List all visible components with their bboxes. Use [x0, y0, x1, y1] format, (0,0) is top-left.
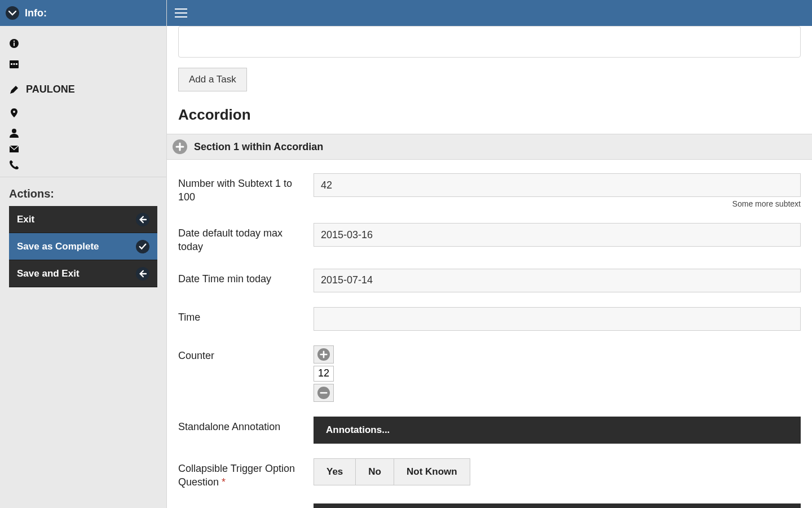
plus-icon — [317, 348, 330, 361]
option-no[interactable]: No — [356, 458, 394, 485]
sidebar-icon-stack-bottom — [9, 103, 157, 171]
calendar-icon[interactable] — [9, 58, 157, 70]
counter-decrement-button[interactable] — [314, 384, 334, 402]
field-date-max: Date default today max today — [178, 223, 801, 254]
field-label: Number with Subtext 1 to 100 — [178, 173, 302, 204]
field-time: Time — [178, 307, 801, 331]
content: Add a Task Accordion Section 1 within Ac… — [167, 26, 812, 508]
add-task-button[interactable]: Add a Task — [178, 68, 247, 91]
field-label: Date default today max today — [178, 223, 302, 254]
info-icon[interactable] — [9, 37, 157, 50]
action-label: Save and Exit — [17, 268, 80, 279]
sidebar-body: PAULONE — [0, 26, 166, 171]
actions-list: Exit Save as Complete Save and Exit — [0, 206, 166, 287]
person-icon[interactable] — [9, 127, 157, 139]
field-label-text: Collapsible Trigger Option Question — [178, 463, 295, 488]
menu-icon[interactable] — [175, 8, 187, 17]
form: Number with Subtext 1 to 100 Some more s… — [178, 160, 801, 508]
accordion-section-header[interactable]: Section 1 within Accordian — [167, 134, 812, 160]
sidebar-icon-stack-top — [9, 34, 157, 70]
save-exit-button[interactable]: Save and Exit — [9, 260, 157, 287]
field-label: Standalone Annotation — [178, 503, 302, 508]
annotations-button[interactable]: Annotations... — [314, 417, 801, 444]
sidebar-user-name: PAULONE — [26, 84, 75, 95]
number-subtext: Some more subtext — [732, 199, 801, 208]
sidebar-header[interactable]: Info: — [0, 0, 166, 26]
pencil-icon — [9, 85, 19, 95]
counter-value-input[interactable] — [314, 366, 334, 382]
accordion-heading: Accordion — [178, 106, 801, 124]
counter-increment-button[interactable] — [314, 345, 334, 364]
number-input[interactable] — [314, 173, 801, 197]
time-input[interactable] — [314, 307, 801, 331]
save-complete-button[interactable]: Save as Complete — [9, 233, 157, 260]
option-group: Yes No Not Known — [314, 458, 801, 485]
sidebar-user-row[interactable]: PAULONE — [9, 84, 157, 95]
field-label: Collapsible Trigger Option Question * — [178, 458, 302, 489]
sidebar: Info: PAULONE Actions: Exit Save as Comp… — [0, 0, 167, 508]
phone-icon[interactable] — [9, 159, 157, 171]
field-number: Number with Subtext 1 to 100 Some more s… — [178, 173, 801, 208]
datetime-min-input[interactable] — [314, 269, 801, 292]
main: Add a Task Accordion Section 1 within Ac… — [167, 0, 812, 508]
option-yes[interactable]: Yes — [314, 458, 356, 485]
minus-icon — [317, 387, 330, 399]
field-label: Time — [178, 307, 302, 324]
sidebar-header-title: Info: — [25, 7, 47, 19]
field-label: Counter — [178, 345, 302, 362]
field-label: Date Time min today — [178, 269, 302, 286]
pin-icon[interactable] — [9, 107, 157, 119]
required-mark: * — [222, 476, 226, 488]
field-datetime-min: Date Time min today — [178, 269, 801, 292]
check-icon — [136, 240, 149, 253]
chevron-down-icon — [6, 6, 19, 20]
field-annotation-1: Standalone Annotation Annotations... — [178, 417, 801, 444]
actions-title: Actions: — [0, 177, 166, 206]
previous-section-box — [178, 26, 801, 58]
date-max-input[interactable] — [314, 223, 801, 247]
annotations-button[interactable]: Annotations... — [314, 503, 801, 508]
action-label: Save as Complete — [17, 241, 99, 252]
field-label: Standalone Annotation — [178, 417, 302, 433]
action-label: Exit — [17, 214, 34, 225]
topbar — [167, 0, 812, 26]
accordion-section-title: Section 1 within Accordian — [194, 141, 323, 153]
expand-icon — [173, 139, 187, 154]
field-annotation-2: Standalone Annotation Annotations... — [178, 503, 801, 508]
arrow-left-icon — [136, 213, 149, 226]
arrow-left-icon — [136, 267, 149, 281]
mail-icon[interactable] — [9, 143, 157, 155]
field-collapsible-trigger: Collapsible Trigger Option Question * Ye… — [178, 458, 801, 489]
option-not-known[interactable]: Not Known — [394, 458, 470, 485]
exit-button[interactable]: Exit — [9, 206, 157, 233]
field-counter: Counter — [178, 345, 801, 402]
